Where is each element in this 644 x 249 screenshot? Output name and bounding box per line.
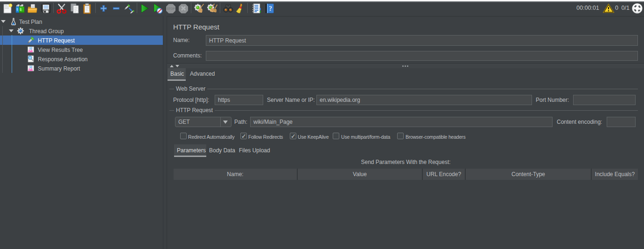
svg-text:STOP: STOP [167, 7, 175, 11]
svg-text:?: ? [269, 5, 272, 12]
